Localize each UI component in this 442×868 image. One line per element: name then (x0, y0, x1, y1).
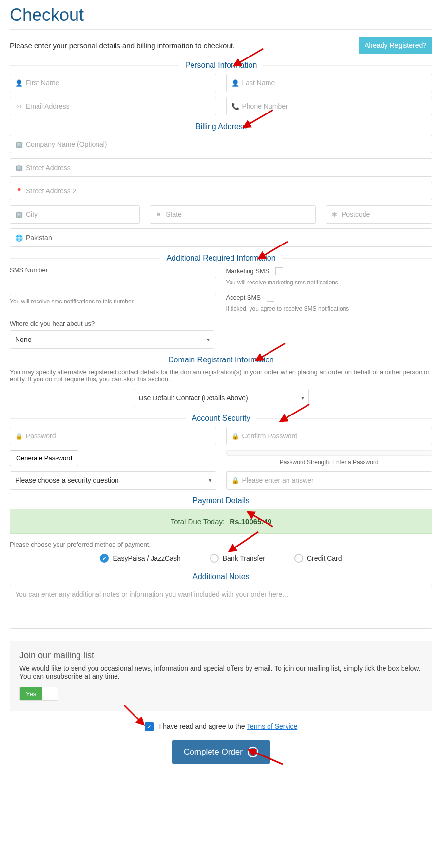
complete-order-button[interactable]: Complete Order ➜ (172, 740, 270, 764)
where-hear-select[interactable]: None (10, 330, 214, 349)
building-icon: 🏢 (15, 211, 22, 218)
confirm-password-field[interactable]: 🔒 (226, 427, 433, 445)
total-due-box: Total Due Today: Rs.10065.49 (10, 509, 432, 534)
accept-sms-label: Accept SMS (226, 294, 261, 301)
section-account-security: Account Security (10, 414, 432, 423)
building-icon: 🏢 (15, 164, 22, 171)
password-strength-bar (226, 450, 433, 456)
asterisk-icon: ✱ (331, 211, 338, 218)
domain-help-text: You may specify alternative registered c… (10, 368, 432, 383)
country-value: Pakistan (26, 234, 52, 242)
security-question-select[interactable]: Please choose a security question (10, 471, 216, 490)
first-name-field[interactable]: 👤 (10, 74, 216, 92)
payment-option-easypaisa[interactable]: EasyPaisa / JazzCash (100, 554, 180, 563)
lock-icon: 🔒 (15, 433, 22, 440)
total-due-amount: Rs.10065.49 (230, 517, 271, 526)
section-additional-notes: Additional Notes (10, 572, 432, 581)
section-domain-registrant: Domain Registrant Information (10, 356, 432, 364)
phone-field[interactable]: 📞 (226, 97, 433, 115)
payment-option-bank[interactable]: Bank Transfer (210, 554, 265, 563)
radio-checked-icon (100, 554, 109, 563)
choose-payment-text: Please choose your preferred method of p… (10, 541, 432, 548)
phone-icon: 📞 (231, 103, 238, 110)
section-additional-info: Additional Required Information (10, 254, 432, 263)
radio-icon (294, 554, 303, 563)
marketing-sms-checkbox[interactable] (275, 267, 283, 275)
payment-option-credit[interactable]: Credit Card (294, 554, 342, 563)
sms-number-input[interactable] (10, 277, 216, 295)
security-answer-input[interactable] (242, 472, 427, 489)
marketing-sms-label: Marketing SMS (226, 267, 269, 275)
sms-number-label: SMS Number (10, 266, 216, 274)
tos-checkbox[interactable]: ✓ (145, 722, 154, 731)
domain-contact-select[interactable]: Use Default Contact (Details Above) (134, 389, 309, 407)
lock-icon: 🔒 (231, 433, 238, 440)
street2-input[interactable] (26, 182, 427, 200)
mailing-text: We would like to send you occasional new… (19, 664, 423, 680)
password-strength-text: Password Strength: Enter a Password (226, 459, 433, 466)
security-answer-field[interactable]: 🔒 (226, 471, 433, 490)
total-due-label: Total Due Today: (171, 517, 225, 526)
city-field[interactable]: 🏢 (10, 205, 140, 224)
where-hear-label: Where did you hear about us? (10, 320, 432, 327)
company-field[interactable]: 🏢 (10, 135, 432, 153)
section-personal-information: Personal Information (10, 61, 432, 70)
last-name-field[interactable]: 👤 (226, 74, 433, 92)
mailing-toggle[interactable]: Yes (19, 687, 58, 701)
mailing-title: Join our mailing list (19, 650, 423, 660)
envelope-icon: ✉ (15, 103, 22, 110)
person-icon: 👤 (231, 79, 238, 87)
tos-text: I have read and agree to the (159, 722, 247, 730)
mailing-list-box: Join our mailing list We would like to s… (10, 641, 432, 711)
first-name-input[interactable] (26, 74, 211, 92)
postcode-field[interactable]: ✱ (326, 205, 432, 224)
notes-textarea[interactable] (10, 585, 432, 629)
street-input[interactable] (26, 159, 427, 176)
building-icon: 🏢 (15, 141, 22, 148)
confirm-password-input[interactable] (242, 427, 427, 445)
street2-field[interactable]: 📍 (10, 182, 432, 200)
accept-sms-checkbox[interactable] (267, 294, 274, 302)
already-registered-button[interactable]: Already Registered? (359, 37, 432, 54)
city-input[interactable] (26, 206, 135, 223)
email-field[interactable]: ✉ (10, 97, 216, 115)
arrow-right-circle-icon: ➜ (248, 747, 258, 757)
globe-icon: 🌐 (15, 234, 22, 242)
street-field[interactable]: 🏢 (10, 158, 432, 177)
password-field[interactable]: 🔒 (10, 427, 216, 445)
email-input[interactable] (26, 97, 211, 115)
generate-password-button[interactable]: Generate Password (10, 450, 78, 466)
map-icon: ≡ (155, 211, 162, 218)
page-title: Checkout (10, 5, 432, 25)
phone-input[interactable] (242, 97, 427, 115)
section-payment-details: Payment Details (10, 496, 432, 505)
divider (10, 29, 432, 30)
lock-icon: 🔒 (231, 477, 238, 484)
radio-icon (210, 554, 219, 563)
state-input[interactable] (166, 206, 310, 223)
country-field[interactable]: 🌐Pakistan (10, 228, 432, 247)
pin-icon: 📍 (15, 188, 22, 195)
intro-text: Please enter your personal details and b… (10, 41, 235, 50)
toggle-yes: Yes (20, 687, 42, 700)
section-billing-address: Billing Address (10, 122, 432, 131)
last-name-input[interactable] (242, 74, 427, 92)
accept-sms-help: If ticked, you agree to receive SMS noti… (226, 305, 433, 312)
postcode-input[interactable] (342, 206, 427, 223)
sms-number-help: You will receive sms notifications to th… (10, 298, 216, 305)
company-input[interactable] (26, 135, 427, 153)
person-icon: 👤 (15, 79, 22, 87)
tos-link[interactable]: Terms of Service (247, 722, 297, 730)
state-field[interactable]: ≡ (150, 205, 316, 224)
password-input[interactable] (26, 427, 211, 445)
marketing-sms-help: You will receive marketing sms notificat… (226, 279, 433, 286)
toggle-off (42, 687, 58, 700)
